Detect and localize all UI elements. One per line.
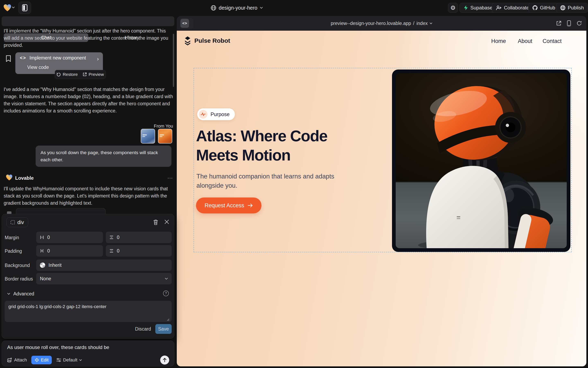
code-icon: <> xyxy=(20,55,26,61)
project-selector[interactable]: design-your-hero xyxy=(211,0,263,16)
collaborate-icon xyxy=(496,5,502,10)
chevron-down-icon xyxy=(260,7,263,9)
chat-scrollbar[interactable] xyxy=(173,34,174,87)
view-code-link[interactable]: View code xyxy=(27,64,49,70)
sidebar-toggle-button[interactable] xyxy=(19,2,31,14)
refresh-icon[interactable] xyxy=(577,21,582,26)
attach-image-icon xyxy=(7,358,12,363)
assistant-message-1: I'll implement the "Why Humanoid" sectio… xyxy=(4,28,173,49)
attachment-thumbnail-blue[interactable] xyxy=(141,129,155,144)
help-icon[interactable]: ? xyxy=(163,291,169,296)
preview-page: index xyxy=(416,21,427,26)
attachment-thumbnail-orange[interactable] xyxy=(158,129,172,144)
margin-label: Margin xyxy=(5,235,19,240)
chevron-down-icon xyxy=(430,22,432,24)
topbar: design-your-hero ⚙ Supabase Collaborate xyxy=(0,0,588,16)
preview-url-bar[interactable]: preview--design-your-hero.lovable.app / … xyxy=(177,16,586,31)
request-access-button[interactable]: Request Access xyxy=(196,197,261,213)
settings-button[interactable]: ⚙ xyxy=(448,3,458,13)
edit-mode-button[interactable]: Edit xyxy=(31,356,52,364)
more-options-icon[interactable]: … xyxy=(167,173,173,180)
supabase-icon xyxy=(464,5,468,10)
nav-link-home[interactable]: Home xyxy=(491,38,506,44)
classes-input[interactable]: grid grid-cols-1 lg:grid-cols-2 gap-12 i… xyxy=(5,301,172,322)
chevron-down-icon xyxy=(7,293,10,295)
github-button[interactable]: GitHub xyxy=(528,3,559,13)
margin-x-input[interactable]: 0 xyxy=(36,232,103,243)
from-you-label: From You xyxy=(4,123,173,129)
robot-hero-image xyxy=(396,73,567,248)
mode-selector[interactable]: Default xyxy=(56,357,82,363)
composer-input[interactable]: As user mouse roll over, these cards sho… xyxy=(7,344,109,350)
version-actions-toolbar: Restore Preview xyxy=(55,70,105,79)
padding-label: Padding xyxy=(5,248,22,254)
user-message-bubble: As you scroll down the page, these compo… xyxy=(36,146,171,167)
publish-button[interactable]: Publish xyxy=(556,3,588,13)
element-tag: div xyxy=(17,219,24,225)
chevron-down-icon[interactable] xyxy=(12,7,15,8)
preview-button[interactable]: Preview xyxy=(83,72,104,77)
background-label: Background xyxy=(5,263,30,268)
preview-panel: <> preview--design-your-hero.lovable.app… xyxy=(177,16,586,366)
nav-link-about[interactable]: About xyxy=(518,38,532,44)
open-external-icon[interactable] xyxy=(556,21,561,26)
assistant-name: Lovable xyxy=(15,175,34,181)
mode-sliders-icon xyxy=(56,358,61,362)
sidebar-toggle-icon xyxy=(22,4,28,11)
transparency-swatch-icon xyxy=(40,263,45,268)
github-icon xyxy=(532,5,538,10)
partial-version-card[interactable] xyxy=(16,208,105,214)
project-name: design-your-hero xyxy=(219,5,257,11)
preview-toolbar: <> preview--design-your-hero.lovable.app… xyxy=(177,16,586,31)
element-box-icon xyxy=(11,220,15,224)
attach-button[interactable]: Attach xyxy=(7,357,27,363)
trash-icon[interactable] xyxy=(153,219,158,225)
padding-y-input[interactable]: 0 xyxy=(106,245,172,257)
close-icon[interactable] xyxy=(164,219,169,224)
hero-subtext: The humanoid companion that learns and a… xyxy=(196,172,334,190)
send-button[interactable] xyxy=(160,356,169,365)
site-brand[interactable]: Pulse Robot xyxy=(183,36,230,45)
publish-globe-icon xyxy=(560,5,566,10)
chevron-down-icon xyxy=(79,359,82,361)
bookmark-icon[interactable] xyxy=(6,55,11,62)
nav-link-contact[interactable]: Contact xyxy=(543,38,562,44)
pulse-wave-icon xyxy=(201,112,206,116)
background-input[interactable]: Inherit xyxy=(36,259,172,271)
hero-heading: Atlas: Where Code Meets Motion xyxy=(196,126,327,165)
selected-element-pill[interactable]: div xyxy=(6,217,28,227)
assistant-header: Lovable … xyxy=(6,174,173,182)
collaborate-button[interactable]: Collaborate xyxy=(492,3,533,13)
preview-external-icon xyxy=(83,72,87,76)
supabase-button[interactable]: Supabase xyxy=(460,3,497,13)
restore-icon xyxy=(57,72,61,77)
restore-button[interactable]: Restore xyxy=(57,72,78,77)
save-button[interactable]: Save xyxy=(155,324,172,334)
mobile-preview-icon[interactable] xyxy=(567,20,571,26)
element-inspector-panel: div Margin 0 0 Padding 0 xyxy=(2,214,174,339)
padding-x-input[interactable]: 0 xyxy=(36,245,103,257)
preview-url: preview--design-your-hero.lovable.app xyxy=(331,21,411,26)
chat-composer: As user mouse roll over, these cards sho… xyxy=(2,340,174,366)
hero-robot-card xyxy=(392,70,570,252)
padding-y-icon xyxy=(109,249,114,253)
pulse-robot-logo-icon xyxy=(183,36,192,45)
gear-icon: ⚙ xyxy=(450,4,456,11)
chevron-right-icon: › xyxy=(97,55,99,62)
site-preview: Pulse Robot Home About Contact Purpose A… xyxy=(177,31,586,366)
edit-target-icon xyxy=(35,358,39,362)
site-nav: Pulse Robot Home About Contact xyxy=(183,36,580,47)
margin-x-icon xyxy=(40,235,44,239)
discard-button[interactable]: Discard xyxy=(133,324,153,334)
border-radius-select[interactable]: None xyxy=(36,273,172,284)
margin-y-input[interactable]: 0 xyxy=(106,232,172,243)
advanced-toggle[interactable]: Advanced xyxy=(7,289,34,298)
margin-y-icon xyxy=(109,235,114,239)
component-card-title: Implement new component xyxy=(29,55,86,61)
resize-handle-icon[interactable] xyxy=(166,318,170,321)
chevron-down-icon xyxy=(165,278,168,280)
lovable-logo-icon xyxy=(3,4,11,12)
arrow-right-icon xyxy=(247,203,253,208)
lovable-app: design-your-hero ⚙ Supabase Collaborate xyxy=(0,0,588,368)
lovable-home-button[interactable] xyxy=(3,3,12,12)
